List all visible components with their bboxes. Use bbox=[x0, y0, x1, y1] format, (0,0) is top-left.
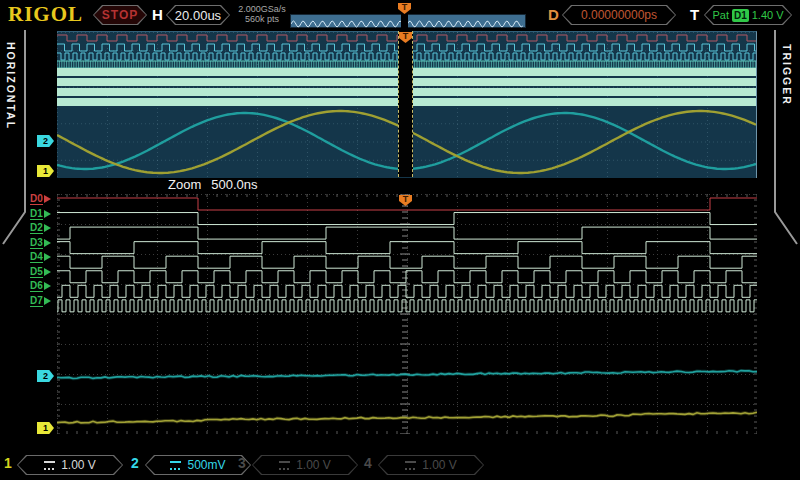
channel-3-number[interactable]: 3 bbox=[238, 455, 246, 471]
zoom-label: Zoom bbox=[168, 177, 201, 192]
channel-2-number[interactable]: 2 bbox=[131, 455, 139, 471]
status-bar: 11.00 V2500mV31.00 V41.00 V LA 151173 15… bbox=[0, 452, 800, 480]
channel-2-scale-badge[interactable]: 500mV bbox=[145, 455, 251, 475]
channel-scale-value: 1.00 V bbox=[422, 458, 457, 472]
digital-label-d2[interactable]: D2 bbox=[30, 222, 51, 234]
run-state-label: STOP bbox=[102, 8, 138, 22]
channel-arrow-icon bbox=[44, 210, 51, 218]
trigger-badge[interactable]: Pat D1 1.40 V bbox=[704, 5, 792, 25]
channel-arrow-icon bbox=[44, 297, 51, 305]
digital-label-text: D6 bbox=[30, 280, 43, 292]
digital-label-d7[interactable]: D7 bbox=[30, 295, 51, 307]
channel-1-marker-main[interactable]: 1 bbox=[37, 165, 54, 177]
trigger-source-chip: D1 bbox=[732, 9, 749, 22]
digital-label-text: D2 bbox=[30, 222, 43, 234]
channel-2-marker-main[interactable]: 2 bbox=[37, 135, 54, 147]
zoom-scale-bar: Zoom 500.0ns bbox=[168, 177, 258, 192]
digital-label-text: D0 bbox=[30, 193, 43, 205]
sample-rate-block: 2.000GSa/s 560k pts bbox=[233, 4, 291, 24]
digital-label-d1[interactable]: D1 bbox=[30, 208, 51, 220]
digital-label-d5[interactable]: D5 bbox=[30, 266, 51, 278]
delay-value: 0.00000000ps bbox=[581, 8, 657, 22]
delay-badge[interactable]: 0.00000000ps bbox=[562, 5, 676, 25]
digital-label-d3[interactable]: D3 bbox=[30, 237, 51, 249]
dc-coupling-icon bbox=[170, 461, 181, 470]
digital-label-d6[interactable]: D6 bbox=[30, 280, 51, 292]
run-state-badge[interactable]: STOP bbox=[93, 5, 147, 25]
digital-label-d0[interactable]: D0 bbox=[30, 193, 51, 205]
channel-arrow-icon bbox=[44, 239, 51, 247]
channel-scale-value: 1.00 V bbox=[296, 458, 331, 472]
rigol-logo: RIGOL bbox=[8, 2, 83, 27]
trigger-tab-label: TRIGGER bbox=[781, 44, 793, 106]
digital-label-d4[interactable]: D4 bbox=[30, 251, 51, 263]
channel-3-scale-badge[interactable]: 1.00 V bbox=[252, 455, 358, 475]
horizontal-label: H bbox=[152, 6, 163, 23]
channel-arrow-icon bbox=[44, 282, 51, 290]
trigger-mode: Pat bbox=[712, 9, 729, 21]
horizontal-tab-label: HORIZONTAL bbox=[5, 42, 17, 130]
memory-depth: 560k pts bbox=[233, 14, 291, 24]
digital-label-text: D7 bbox=[30, 295, 43, 307]
channel-arrow-icon bbox=[44, 253, 51, 261]
sample-rate: 2.000GSa/s bbox=[233, 4, 291, 14]
dc-coupling-icon bbox=[279, 461, 290, 470]
channel-1-marker-zoom[interactable]: 1 bbox=[37, 422, 54, 434]
delay-label: D bbox=[548, 6, 559, 23]
zoom-waveforms bbox=[57, 194, 757, 434]
trigger-menu-tab[interactable]: TRIGGER bbox=[772, 30, 800, 265]
zoom-waveform-window bbox=[57, 194, 757, 434]
dc-coupling-icon bbox=[405, 461, 416, 470]
timebase-badge[interactable]: 20.00us bbox=[166, 5, 230, 25]
channel-2-marker-zoom[interactable]: 2 bbox=[37, 370, 54, 382]
digital-label-text: D1 bbox=[30, 208, 43, 220]
channel-arrow-icon bbox=[44, 224, 51, 232]
oscilloscope-screen: RIGOL STOP H 20.00us 2.000GSa/s 560k pts… bbox=[0, 0, 800, 480]
digital-label-text: D3 bbox=[30, 237, 43, 249]
zoom-region-band[interactable] bbox=[398, 31, 413, 177]
memory-trigger-notch bbox=[401, 14, 408, 28]
memory-trigger-marker-icon[interactable]: T bbox=[398, 3, 411, 14]
digital-label-text: D5 bbox=[30, 266, 43, 278]
channel-1-scale-badge[interactable]: 1.00 V bbox=[17, 455, 123, 475]
channel-arrow-icon bbox=[44, 195, 51, 203]
channel-arrow-icon bbox=[44, 268, 51, 276]
channel-1-number[interactable]: 1 bbox=[4, 455, 12, 471]
zoom-scale-value: 500.0ns bbox=[211, 177, 257, 192]
trigger-level: 1.40 V bbox=[752, 9, 784, 21]
channel-4-number[interactable]: 4 bbox=[364, 455, 372, 471]
digital-label-text: D4 bbox=[30, 251, 43, 263]
memory-position-strip[interactable] bbox=[290, 14, 526, 28]
channel-scale-value: 500mV bbox=[187, 458, 225, 472]
channel-4-scale-badge[interactable]: 1.00 V bbox=[378, 455, 484, 475]
timebase-value: 20.00us bbox=[175, 8, 221, 23]
horizontal-menu-tab[interactable]: HORIZONTAL bbox=[0, 30, 28, 265]
channel-scale-value: 1.00 V bbox=[61, 458, 96, 472]
trigger-label: T bbox=[690, 6, 699, 23]
dc-coupling-icon bbox=[44, 461, 55, 470]
